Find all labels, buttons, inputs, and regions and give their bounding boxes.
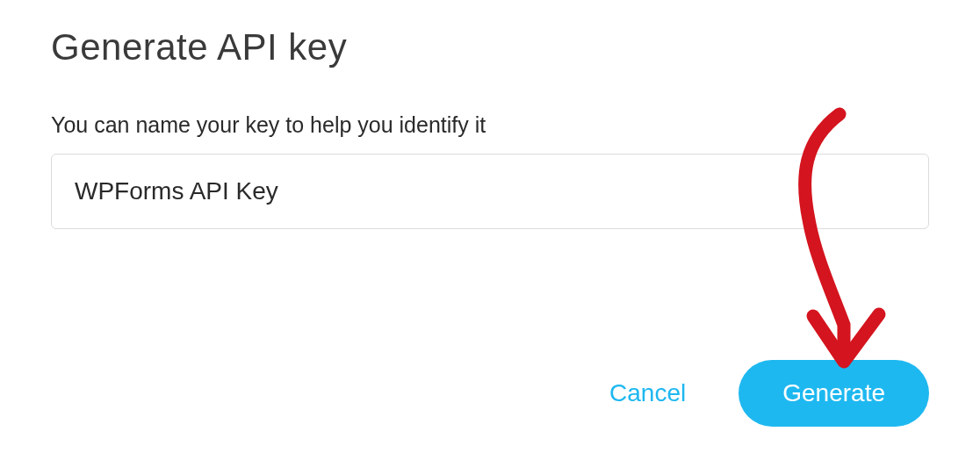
button-row: Cancel Generate (599, 360, 929, 427)
annotation-arrow-icon (760, 105, 919, 378)
key-name-label: You can name your key to help you identi… (51, 112, 929, 138)
generate-button[interactable]: Generate (739, 360, 929, 427)
key-name-input[interactable] (51, 154, 929, 229)
dialog-title: Generate API key (51, 26, 929, 68)
cancel-button[interactable]: Cancel (599, 372, 696, 414)
